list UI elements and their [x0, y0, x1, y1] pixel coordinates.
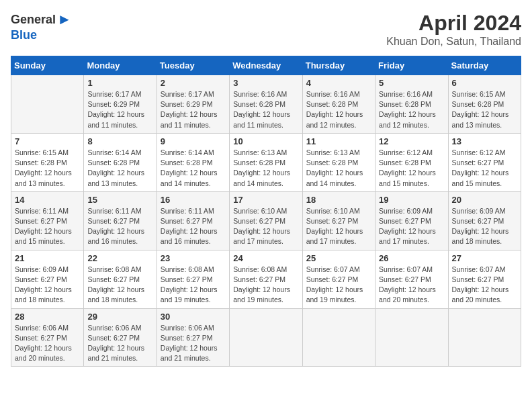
- table-row: 6Sunrise: 6:15 AM Sunset: 6:28 PM Daylig…: [448, 75, 521, 134]
- table-row: 8Sunrise: 6:14 AM Sunset: 6:28 PM Daylig…: [84, 133, 157, 191]
- day-info: Sunrise: 6:16 AM Sunset: 6:28 PM Dayligh…: [233, 89, 298, 130]
- day-number: 4: [306, 78, 371, 88]
- table-row: 16Sunrise: 6:11 AM Sunset: 6:27 PM Dayli…: [157, 191, 229, 250]
- day-info: Sunrise: 6:11 AM Sunset: 6:27 PM Dayligh…: [15, 206, 80, 247]
- day-number: 15: [87, 195, 152, 205]
- table-row: 30Sunrise: 6:06 AM Sunset: 6:27 PM Dayli…: [157, 308, 229, 367]
- day-info: Sunrise: 6:08 AM Sunset: 6:27 PM Dayligh…: [87, 265, 152, 306]
- header-monday: Monday: [84, 56, 157, 75]
- table-row: 27Sunrise: 6:07 AM Sunset: 6:27 PM Dayli…: [448, 250, 521, 308]
- logo-bird-icon: ►: [57, 11, 72, 28]
- day-info: Sunrise: 6:14 AM Sunset: 6:28 PM Dayligh…: [161, 148, 226, 189]
- table-row: 4Sunrise: 6:16 AM Sunset: 6:28 PM Daylig…: [302, 75, 375, 134]
- table-row: 18Sunrise: 6:10 AM Sunset: 6:27 PM Dayli…: [302, 191, 375, 250]
- calendar-table: Sunday Monday Tuesday Wednesday Thursday…: [11, 56, 521, 367]
- day-number: 21: [15, 253, 80, 263]
- day-number: 16: [161, 195, 226, 205]
- day-number: 25: [306, 253, 371, 263]
- header: General ► Blue April 2024 Khuan Don, Sat…: [11, 11, 521, 48]
- day-number: 2: [161, 78, 226, 88]
- day-info: Sunrise: 6:17 AM Sunset: 6:29 PM Dayligh…: [87, 89, 152, 130]
- day-info: Sunrise: 6:11 AM Sunset: 6:27 PM Dayligh…: [87, 206, 152, 247]
- day-info: Sunrise: 6:08 AM Sunset: 6:27 PM Dayligh…: [233, 265, 298, 306]
- day-info: Sunrise: 6:16 AM Sunset: 6:28 PM Dayligh…: [306, 89, 371, 130]
- day-number: 20: [452, 195, 517, 205]
- table-row: 1Sunrise: 6:17 AM Sunset: 6:29 PM Daylig…: [84, 75, 157, 134]
- day-info: Sunrise: 6:12 AM Sunset: 6:27 PM Dayligh…: [452, 148, 517, 189]
- header-friday: Friday: [375, 56, 448, 75]
- day-number: 9: [161, 136, 226, 146]
- day-info: Sunrise: 6:17 AM Sunset: 6:29 PM Dayligh…: [161, 89, 226, 130]
- calendar-week-row: 1Sunrise: 6:17 AM Sunset: 6:29 PM Daylig…: [11, 75, 521, 134]
- table-row: 10Sunrise: 6:13 AM Sunset: 6:28 PM Dayli…: [230, 133, 302, 191]
- table-row: 5Sunrise: 6:16 AM Sunset: 6:28 PM Daylig…: [375, 75, 448, 134]
- calendar-header-row: Sunday Monday Tuesday Wednesday Thursday…: [11, 56, 521, 75]
- day-info: Sunrise: 6:12 AM Sunset: 6:28 PM Dayligh…: [379, 148, 444, 189]
- table-row: 19Sunrise: 6:09 AM Sunset: 6:27 PM Dayli…: [375, 191, 448, 250]
- table-row: [11, 75, 84, 134]
- header-wednesday: Wednesday: [230, 56, 302, 75]
- table-row: 24Sunrise: 6:08 AM Sunset: 6:27 PM Dayli…: [230, 250, 302, 308]
- page-title: April 2024: [386, 11, 521, 36]
- header-sunday: Sunday: [11, 56, 84, 75]
- day-number: 13: [452, 136, 517, 146]
- day-number: 5: [379, 78, 444, 88]
- day-number: 14: [15, 195, 80, 205]
- table-row: 2Sunrise: 6:17 AM Sunset: 6:29 PM Daylig…: [157, 75, 229, 134]
- table-row: 22Sunrise: 6:08 AM Sunset: 6:27 PM Dayli…: [84, 250, 157, 308]
- title-area: April 2024 Khuan Don, Satun, Thailand: [386, 11, 521, 48]
- day-info: Sunrise: 6:16 AM Sunset: 6:28 PM Dayligh…: [379, 89, 444, 130]
- day-number: 29: [87, 312, 152, 322]
- day-number: 17: [233, 195, 298, 205]
- table-row: 17Sunrise: 6:10 AM Sunset: 6:27 PM Dayli…: [230, 191, 302, 250]
- table-row: 23Sunrise: 6:08 AM Sunset: 6:27 PM Dayli…: [157, 250, 229, 308]
- table-row: [230, 308, 302, 367]
- day-info: Sunrise: 6:13 AM Sunset: 6:28 PM Dayligh…: [233, 148, 298, 189]
- header-saturday: Saturday: [448, 56, 521, 75]
- day-number: 28: [15, 312, 80, 322]
- table-row: 3Sunrise: 6:16 AM Sunset: 6:28 PM Daylig…: [230, 75, 302, 134]
- day-number: 24: [233, 253, 298, 263]
- table-row: 21Sunrise: 6:09 AM Sunset: 6:27 PM Dayli…: [11, 250, 84, 308]
- day-info: Sunrise: 6:09 AM Sunset: 6:27 PM Dayligh…: [15, 265, 80, 306]
- day-info: Sunrise: 6:06 AM Sunset: 6:27 PM Dayligh…: [87, 323, 152, 364]
- day-info: Sunrise: 6:11 AM Sunset: 6:27 PM Dayligh…: [161, 206, 226, 247]
- day-info: Sunrise: 6:06 AM Sunset: 6:27 PM Dayligh…: [15, 323, 80, 364]
- day-info: Sunrise: 6:08 AM Sunset: 6:27 PM Dayligh…: [161, 265, 226, 306]
- day-number: 10: [233, 136, 298, 146]
- page-subtitle: Khuan Don, Satun, Thailand: [386, 36, 521, 48]
- day-number: 6: [452, 78, 517, 88]
- logo-blue: Blue: [11, 28, 37, 42]
- table-row: 14Sunrise: 6:11 AM Sunset: 6:27 PM Dayli…: [11, 191, 84, 250]
- table-row: [448, 308, 521, 367]
- day-number: 1: [87, 78, 152, 88]
- day-number: 12: [379, 136, 444, 146]
- table-row: 9Sunrise: 6:14 AM Sunset: 6:28 PM Daylig…: [157, 133, 229, 191]
- table-row: 11Sunrise: 6:13 AM Sunset: 6:28 PM Dayli…: [302, 133, 375, 191]
- day-info: Sunrise: 6:14 AM Sunset: 6:28 PM Dayligh…: [87, 148, 152, 189]
- calendar-week-row: 21Sunrise: 6:09 AM Sunset: 6:27 PM Dayli…: [11, 250, 521, 308]
- table-row: 7Sunrise: 6:15 AM Sunset: 6:28 PM Daylig…: [11, 133, 84, 191]
- day-number: 26: [379, 253, 444, 263]
- table-row: 25Sunrise: 6:07 AM Sunset: 6:27 PM Dayli…: [302, 250, 375, 308]
- table-row: 29Sunrise: 6:06 AM Sunset: 6:27 PM Dayli…: [84, 308, 157, 367]
- day-number: 8: [87, 136, 152, 146]
- table-row: 12Sunrise: 6:12 AM Sunset: 6:28 PM Dayli…: [375, 133, 448, 191]
- day-number: 18: [306, 195, 371, 205]
- day-info: Sunrise: 6:13 AM Sunset: 6:28 PM Dayligh…: [306, 148, 371, 189]
- table-row: 20Sunrise: 6:09 AM Sunset: 6:27 PM Dayli…: [448, 191, 521, 250]
- day-info: Sunrise: 6:10 AM Sunset: 6:27 PM Dayligh…: [233, 206, 298, 247]
- day-info: Sunrise: 6:07 AM Sunset: 6:27 PM Dayligh…: [452, 265, 517, 306]
- calendar-week-row: 7Sunrise: 6:15 AM Sunset: 6:28 PM Daylig…: [11, 133, 521, 191]
- day-number: 22: [87, 253, 152, 263]
- header-thursday: Thursday: [302, 56, 375, 75]
- calendar-week-row: 28Sunrise: 6:06 AM Sunset: 6:27 PM Dayli…: [11, 308, 521, 367]
- table-row: [302, 308, 375, 367]
- table-row: [375, 308, 448, 367]
- day-info: Sunrise: 6:09 AM Sunset: 6:27 PM Dayligh…: [379, 206, 444, 247]
- day-number: 27: [452, 253, 517, 263]
- day-number: 23: [161, 253, 226, 263]
- table-row: 15Sunrise: 6:11 AM Sunset: 6:27 PM Dayli…: [84, 191, 157, 250]
- day-info: Sunrise: 6:07 AM Sunset: 6:27 PM Dayligh…: [306, 265, 371, 306]
- logo-general: General: [11, 13, 56, 27]
